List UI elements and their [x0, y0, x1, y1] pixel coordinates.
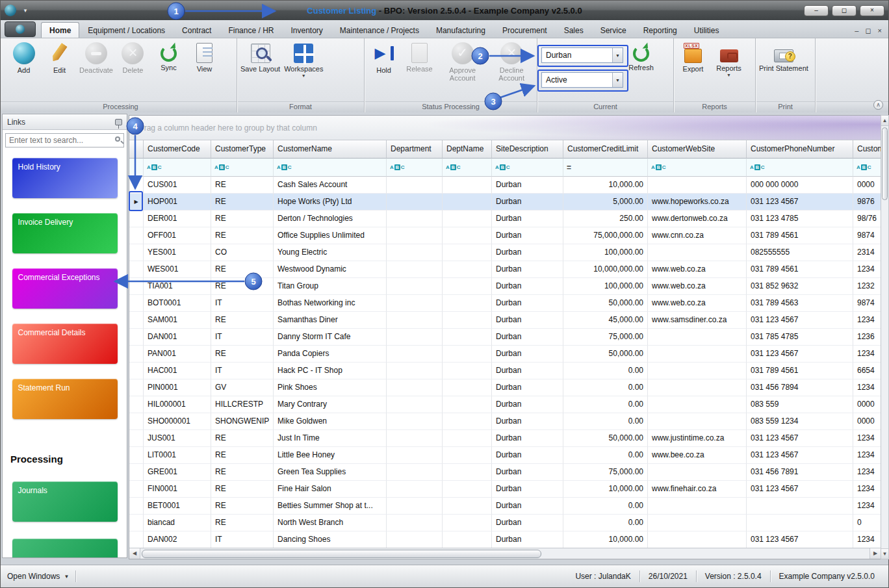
edit-button[interactable]: Edit [42, 40, 77, 99]
row-indicator[interactable]: ▶ [129, 194, 144, 211]
filter-combo-active[interactable]: Active▼ [541, 72, 623, 88]
table-row[interactable]: BOT0001ITBothas Networking incDurban50,0… [129, 295, 881, 312]
application-menu-button[interactable] [5, 21, 36, 37]
row-indicator[interactable] [129, 312, 144, 329]
table-row[interactable]: biancadRENorth West BranchDurban0.000 [129, 515, 881, 531]
row-indicator[interactable] [129, 531, 144, 548]
row-indicator[interactable] [129, 346, 144, 363]
save-layout-button[interactable]: Save Layout [238, 40, 282, 99]
link-invoice-delivery[interactable]: Invoice Delivery [12, 213, 118, 253]
table-row[interactable]: JUS001REJust In TimeDurban50,000.00www.j… [129, 430, 881, 447]
table-row[interactable]: BET0001REBetties Summer Shop at t...Durb… [129, 498, 881, 515]
table-row[interactable]: SAM001RESamanthas DinerDurban45,000.00ww… [129, 312, 881, 329]
column-header-customername[interactable]: CustomerName [274, 140, 387, 159]
link-commercial-exceptions[interactable]: Commercial Exceptions [12, 268, 118, 309]
column-header-custome[interactable]: Custome [853, 140, 881, 159]
table-row[interactable]: SHO000001SHONGWENIPMike GoldwenDurban0.0… [129, 413, 881, 430]
vertical-scrollbar[interactable]: ▲ ▼ [881, 115, 889, 559]
row-indicator[interactable] [129, 211, 144, 227]
column-header-customercode[interactable]: CustomerCode [144, 140, 211, 159]
tab-equipment-locations[interactable]: Equipment / Locations [79, 22, 174, 38]
filter-cell[interactable]: ABC [274, 159, 387, 177]
link-journals[interactable]: Journals [12, 481, 118, 522]
filter-cell[interactable]: = [563, 159, 648, 177]
filter-cell[interactable]: ABC [853, 159, 881, 177]
vertical-scroll-thumb[interactable] [882, 127, 888, 200]
scroll-right-icon[interactable]: ▶ [870, 548, 881, 559]
refresh-button[interactable]: Refresh [623, 40, 659, 99]
tab-inventory[interactable]: Inventory [282, 22, 331, 38]
table-row[interactable]: HAC001ITHack PC - IT ShopDurban0.00031 7… [129, 363, 881, 379]
table-row[interactable]: ▶HOP001REHope Works (Pty) LtdDurban5,000… [129, 194, 881, 211]
table-row[interactable]: WES001REWestwood DynamicDurban10,000,000… [129, 261, 881, 278]
row-indicator[interactable] [129, 430, 144, 447]
filter-cell[interactable]: ABC [492, 159, 563, 177]
tab-sales[interactable]: Sales [556, 22, 592, 38]
column-header-customerphonenumber[interactable]: CustomerPhoneNumber [747, 140, 853, 159]
scroll-left-icon[interactable]: ◀ [129, 548, 140, 559]
filter-cell[interactable]: ABC [648, 159, 747, 177]
view-button[interactable]: View [187, 40, 222, 99]
quick-access-dropdown-icon[interactable]: ▾ [20, 7, 31, 14]
mdi-minimize-icon[interactable]: – [855, 27, 858, 34]
row-indicator[interactable] [129, 227, 144, 244]
link-statement-run[interactable]: Statement Run [12, 379, 118, 419]
table-row[interactable]: GRE001REGreen Tea SuppliesDurban75,000.0… [129, 464, 881, 481]
table-row[interactable]: HIL000001HILLCRESTPMary ContraryDurban0.… [129, 396, 881, 413]
tab-manufacturing[interactable]: Manufacturing [428, 22, 494, 38]
tab-utilities[interactable]: Utilities [686, 22, 728, 38]
filter-cell[interactable]: ABC [387, 159, 443, 177]
group-by-bar[interactable]: Drag a column header here to group by th… [129, 116, 881, 140]
scroll-up-icon[interactable]: ▲ [881, 116, 888, 126]
workspaces-button[interactable]: Workspaces▼ [282, 40, 325, 99]
table-row[interactable]: OFF001REOffice Supplies UnlimitedDurban7… [129, 227, 881, 244]
export-button[interactable]: Export [675, 40, 711, 99]
tab-finance-hr[interactable]: Finance / HR [220, 22, 282, 38]
horizontal-scroll-thumb[interactable] [142, 550, 541, 558]
scroll-down-icon[interactable]: ▼ [881, 548, 888, 559]
row-indicator[interactable] [129, 261, 144, 278]
column-header-sitedescription[interactable]: SiteDescription [492, 140, 563, 159]
chevron-down-icon[interactable]: ▼ [612, 73, 623, 87]
filter-cell[interactable]: ABC [144, 159, 211, 177]
row-indicator[interactable] [129, 244, 144, 261]
chevron-down-icon[interactable]: ▼ [612, 48, 623, 62]
row-indicator[interactable] [129, 498, 144, 515]
row-indicator[interactable] [129, 329, 144, 346]
close-button[interactable]: × [860, 5, 884, 16]
hold-button[interactable]: Hold [366, 40, 402, 99]
filter-cell[interactable]: ABC [747, 159, 853, 177]
table-row[interactable]: DAN001ITDanny Storm IT CafeDurban75,000.… [129, 329, 881, 346]
column-header-deptname[interactable]: DeptName [443, 140, 492, 159]
row-indicator[interactable] [129, 278, 144, 295]
row-indicator[interactable] [129, 295, 144, 312]
table-row[interactable]: PAN001REPanda CopiersDurban50,000.00031 … [129, 346, 881, 363]
link-clipped[interactable] [12, 539, 118, 557]
table-row[interactable]: DAN002ITDancing ShoesDurban10,000.00031 … [129, 531, 881, 548]
row-indicator[interactable] [129, 363, 144, 379]
table-row[interactable]: PIN0001GVPink ShoesDurban0.00031 456 789… [129, 379, 881, 396]
column-header-customercreditlimit[interactable]: CustomerCreditLimit [563, 140, 648, 159]
row-indicator[interactable] [129, 481, 144, 498]
table-row[interactable]: FIN0001REFine Hair SalonDurban10,000.00w… [129, 481, 881, 498]
table-row[interactable]: TIA001RETitan GroupDurban100,000.00www.w… [129, 278, 881, 295]
tab-home[interactable]: Home [41, 22, 79, 38]
link-hold-history[interactable]: Hold History [12, 158, 118, 198]
pin-icon[interactable] [115, 119, 122, 125]
table-row[interactable]: YES001COYoung ElectricDurban100,000.0008… [129, 244, 881, 261]
row-indicator[interactable] [129, 413, 144, 430]
filter-combo-durban[interactable]: Durban▼ [541, 47, 623, 63]
minimize-button[interactable]: – [804, 5, 829, 16]
filter-cell[interactable]: ABC [443, 159, 492, 177]
column-header-customertype[interactable]: CustomerType [211, 140, 274, 159]
link-commercial-details[interactable]: Commercial Details [12, 324, 118, 364]
mdi-restore-icon[interactable]: ◻ [865, 27, 871, 34]
row-indicator[interactable] [129, 515, 144, 531]
app-icon[interactable] [5, 5, 16, 16]
table-row[interactable]: CUS001RECash Sales AccountDurban10,000.0… [129, 177, 881, 194]
open-windows-button[interactable]: Open Windows ▼ [1, 572, 75, 581]
ribbon-collapse-icon[interactable]: ∧ [873, 100, 883, 110]
row-indicator[interactable] [129, 177, 144, 194]
row-indicator[interactable] [129, 447, 144, 464]
maximize-button[interactable]: ◻ [832, 5, 857, 16]
